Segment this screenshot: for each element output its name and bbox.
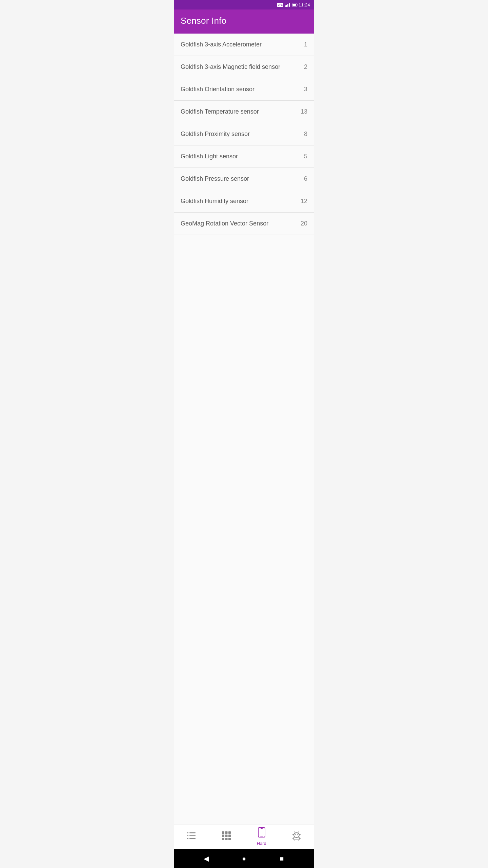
svg-rect-0 xyxy=(189,832,196,833)
list-item[interactable]: Goldfish Pressure sensor6 xyxy=(174,168,314,190)
sensor-number: 2 xyxy=(297,63,307,71)
nav-item-grid[interactable] xyxy=(209,831,244,842)
page-title: Sensor Info xyxy=(181,16,226,26)
svg-rect-6 xyxy=(222,831,224,834)
status-icons: LTE 11:24 xyxy=(277,2,310,7)
nav-item-hard[interactable]: Hard xyxy=(244,827,279,846)
svg-point-22 xyxy=(297,834,298,835)
sensor-number: 20 xyxy=(297,220,307,227)
svg-rect-4 xyxy=(189,838,196,839)
svg-rect-16 xyxy=(260,836,263,836)
svg-rect-1 xyxy=(187,832,188,833)
lte-indicator: LTE xyxy=(277,3,283,7)
sensor-name: Goldfish Humidity sensor xyxy=(181,198,292,205)
svg-line-23 xyxy=(294,832,295,833)
list-item[interactable]: Goldfish 3-axis Magnetic field sensor2 xyxy=(174,56,314,78)
svg-rect-17 xyxy=(261,828,263,829)
list-item[interactable]: Goldfish Light sensor5 xyxy=(174,145,314,168)
sensor-name: Goldfish Proximity sensor xyxy=(181,131,292,138)
android-icon xyxy=(292,831,301,843)
phone-icon xyxy=(258,827,265,840)
recents-button[interactable]: ■ xyxy=(275,852,288,865)
sensor-number: 8 xyxy=(297,131,307,138)
list-item[interactable]: Goldfish Proximity sensor8 xyxy=(174,123,314,145)
svg-rect-13 xyxy=(225,838,228,840)
app-bar: Sensor Info xyxy=(174,9,314,34)
battery-icon xyxy=(292,3,297,6)
signal-bars xyxy=(285,3,290,7)
sensor-number: 1 xyxy=(297,41,307,48)
system-nav: ◀ ● ■ xyxy=(174,849,314,868)
sensor-number: 5 xyxy=(297,153,307,160)
list-item[interactable]: GeoMag Rotation Vector Sensor20 xyxy=(174,213,314,235)
sensor-number: 13 xyxy=(297,108,307,115)
empty-space xyxy=(174,530,314,825)
svg-rect-5 xyxy=(187,838,188,839)
svg-rect-12 xyxy=(222,838,224,840)
list-item[interactable]: Goldfish Humidity sensor12 xyxy=(174,190,314,213)
svg-rect-2 xyxy=(189,835,196,836)
sensor-number: 12 xyxy=(297,198,307,205)
svg-point-18 xyxy=(294,833,299,837)
svg-rect-10 xyxy=(225,834,228,837)
status-bar: LTE 11:24 xyxy=(174,0,314,9)
list-item[interactable]: Goldfish Orientation sensor3 xyxy=(174,78,314,101)
nav-hard-label: Hard xyxy=(257,841,266,846)
home-button[interactable]: ● xyxy=(237,852,251,865)
sensor-name: Goldfish 3-axis Magnetic field sensor xyxy=(181,63,292,71)
svg-line-24 xyxy=(298,832,299,833)
list-item[interactable]: Goldfish Temperature sensor13 xyxy=(174,101,314,123)
svg-rect-14 xyxy=(228,838,231,840)
svg-rect-3 xyxy=(187,835,188,836)
sensor-number: 3 xyxy=(297,86,307,93)
sensor-name: Goldfish Orientation sensor xyxy=(181,86,292,93)
grid-icon xyxy=(222,831,231,842)
sensor-name: Goldfish Light sensor xyxy=(181,153,292,160)
sensor-name: GeoMag Rotation Vector Sensor xyxy=(181,220,292,227)
sensor-name: Goldfish 3-axis Accelerometer xyxy=(181,41,292,48)
sensor-name: Goldfish Pressure sensor xyxy=(181,175,292,182)
back-button[interactable]: ◀ xyxy=(200,852,213,865)
status-time: 11:24 xyxy=(299,2,310,7)
sensor-name: Goldfish Temperature sensor xyxy=(181,108,292,115)
list-item[interactable]: Goldfish 3-axis Accelerometer1 xyxy=(174,34,314,56)
sensor-list: Goldfish 3-axis Accelerometer1Goldfish 3… xyxy=(174,34,314,530)
sensor-number: 6 xyxy=(297,175,307,182)
list-icon xyxy=(187,832,196,842)
bottom-nav: Hard xyxy=(174,825,314,849)
nav-item-android[interactable] xyxy=(279,831,314,843)
svg-rect-11 xyxy=(228,834,231,837)
svg-rect-7 xyxy=(225,831,228,834)
svg-rect-8 xyxy=(228,831,231,834)
svg-rect-15 xyxy=(258,828,265,837)
svg-point-21 xyxy=(295,834,296,835)
nav-item-list[interactable] xyxy=(174,832,209,842)
svg-rect-9 xyxy=(222,834,224,837)
